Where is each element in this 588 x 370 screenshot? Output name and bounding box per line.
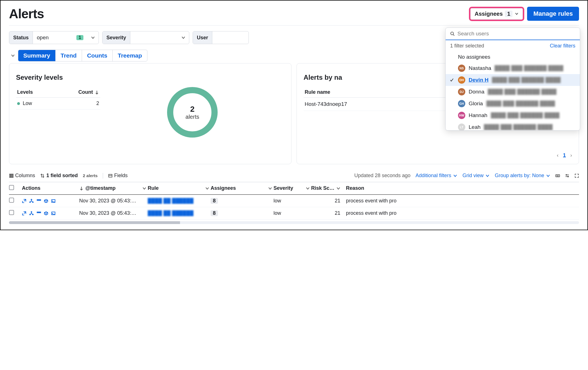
assignee-option[interactable]: LTLeah████ ███ ██████ ████ [446,121,580,130]
expand-icon[interactable] [22,211,26,216]
assignee-option[interactable]: GHGloria████ ███ ██████ ████ [446,98,580,109]
fields-icon [108,173,113,178]
col-severity[interactable]: Severity [274,185,310,191]
collapse-panel-icon[interactable] [9,52,17,60]
expand-icon[interactable] [22,199,26,203]
user-detail-redacted: ████ ███ ██████ ████ [494,65,575,71]
tab-treemap[interactable]: Treemap [113,50,147,61]
user-name: Gloria [469,101,483,107]
status-filter-count: 1 [76,35,83,40]
updated-text: Updated 28 seconds ago [354,173,411,179]
chevron-down-icon [336,186,341,191]
chevron-down-icon [515,12,519,16]
terminal-icon[interactable] [51,199,56,203]
sort-button[interactable]: 1 field sorted [40,173,78,179]
table-row: Nov 30, 2023 @ 05:43:…████ ██ ██████8low… [9,195,579,207]
cell-severity: low [274,198,310,204]
col-assignees[interactable]: Assignees [211,185,272,191]
status-filter-label: Status [9,31,33,44]
col-timestamp[interactable]: @timestamp [79,185,147,191]
avatar: HW [458,112,465,119]
assignee-option[interactable]: NSNastasha████ ███ ██████ ████ [446,62,580,74]
group-by-button[interactable]: Group alerts by: None [495,173,550,179]
grid-view-button[interactable]: Grid view [462,173,490,179]
columns-label: Columns [15,173,35,179]
col-reason[interactable]: Reason [346,185,579,191]
severity-row: Low 2 [16,98,100,109]
group-by-label: Group alerts by: None [495,173,544,179]
no-assignees-label: No assignees [458,54,490,60]
cube-icon[interactable] [44,199,48,203]
assignee-option[interactable]: DJDonna████ ███ ██████ ████ [446,86,580,98]
page-number[interactable]: 1 [563,152,566,158]
cell-severity: low [274,210,310,216]
cube-icon[interactable] [44,211,48,216]
svg-rect-11 [37,200,38,200]
alerts-table: Actions @timestamp Rule Assignees Severi… [9,182,579,224]
additional-filters-button[interactable]: Additional filters [416,173,457,179]
cell-risk: 21 [311,198,345,204]
session-icon[interactable] [37,211,41,216]
svg-point-0 [451,32,453,35]
donut-count: 2 [190,105,195,114]
severity-filter[interactable]: Severity [102,31,189,44]
select-all-checkbox[interactable] [9,185,14,190]
user-name: Nastasha [469,65,491,71]
analyze-icon[interactable] [29,211,34,216]
chevron-down-icon[interactable] [87,35,99,40]
divider [103,173,103,179]
chevron-down-icon [268,186,272,191]
rule-name: Host-743dnoep17 [305,101,347,107]
user-detail-redacted: ████ ███ ██████ ████ [486,101,575,107]
sort-label: 1 field sorted [46,173,78,179]
user-detail-redacted: ████ ███ ██████ ████ [492,77,575,83]
sort-icon [40,173,45,178]
col-rule[interactable]: Rule [148,185,209,191]
manage-rules-button[interactable]: Manage rules [527,7,579,21]
alerts-count: 2 alerts [83,173,98,178]
page-next-icon[interactable]: › [570,152,572,158]
chevron-down-icon[interactable] [178,35,189,40]
col-risk[interactable]: Risk Sc… [311,185,345,191]
chevron-down-icon [453,173,457,178]
page-prev-icon[interactable]: ‹ [557,152,559,158]
col-actions: Actions [22,185,78,191]
analyze-icon[interactable] [29,199,34,203]
tab-counts[interactable]: Counts [82,50,113,61]
assignees-dropdown-button[interactable]: Assignees 1 [470,8,523,20]
fields-button[interactable]: Fields [108,173,128,179]
cell-reason: process event with pro [346,210,579,216]
tab-summary[interactable]: Summary [18,50,56,61]
search-users-input[interactable] [457,31,575,37]
avatar: LT [458,124,465,130]
keyboard-icon[interactable] [555,173,560,178]
user-filter[interactable]: User [193,31,249,44]
columns-button[interactable]: Columns [9,173,35,179]
search-icon [450,31,455,36]
severity-dot-icon [17,102,20,105]
settings-icon[interactable] [565,173,569,178]
additional-filters-label: Additional filters [416,173,451,179]
cell-rule[interactable]: ████ ██ ██████ [148,210,209,216]
severity-col-count[interactable]: Count [78,89,93,95]
session-icon[interactable] [37,199,41,203]
horizontal-scrollbar[interactable] [9,221,579,224]
chevron-down-icon [485,173,490,178]
clear-filters-link[interactable]: Clear filters [550,43,575,49]
tab-trend[interactable]: Trend [56,50,82,61]
fullscreen-icon[interactable] [575,173,579,178]
svg-rect-3 [12,174,13,177]
no-assignees-option[interactable]: No assignees [446,52,580,62]
row-checkbox[interactable] [9,198,14,203]
table-header: Actions @timestamp Rule Assignees Severi… [9,182,579,195]
status-filter[interactable]: Status open 1 [9,31,99,44]
terminal-icon[interactable] [51,211,56,216]
row-checkbox[interactable] [9,210,14,215]
cell-rule[interactable]: ████ ██ ██████ [148,198,209,204]
user-detail-redacted: ████ ███ ██████ ████ [488,89,575,95]
cell-reason: process event with pro [346,198,579,204]
user-name: Leah [469,124,480,130]
assignee-option[interactable]: DHDevin H████ ███ ██████ ████ [446,74,580,86]
avatar: NS [458,65,465,72]
assignee-option[interactable]: HWHannah████ ███ ██████ ████ [446,109,580,121]
